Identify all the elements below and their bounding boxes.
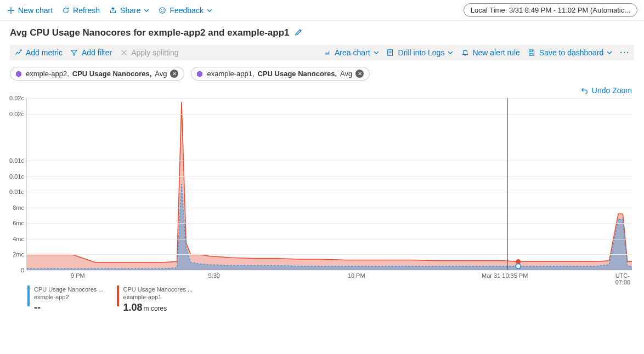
new-chart-button[interactable]: New chart (7, 6, 53, 15)
share-icon (109, 6, 117, 14)
feedback-label: Feedback (170, 6, 203, 15)
more-options-button[interactable]: ··· (620, 48, 630, 57)
feedback-button[interactable]: Feedback (158, 6, 212, 15)
plus-icon (7, 6, 15, 14)
new-alert-label: New alert rule (472, 48, 519, 57)
add-metric-icon (14, 49, 22, 57)
metric-pill[interactable]: exmple-app2, CPU Usage Nanocores, Avg ✕ (10, 67, 184, 81)
chart-area[interactable]: 02mc4mc6mc8mc0.01c0.01c0.01c0.02c0.02c 9… (26, 98, 632, 279)
svg-point-6 (516, 264, 521, 269)
chart-svg (27, 98, 632, 270)
add-filter-label: Add filter (82, 48, 112, 57)
legend-color-swatch (27, 286, 30, 306)
chevron-down-icon (144, 8, 149, 13)
pill-agg: Avg (155, 70, 167, 78)
time-range-picker[interactable]: Local Time: 3/31 8:49 PM - 11:02 PM (Aut… (464, 3, 637, 17)
legend-resource-label: example-app1 (123, 293, 193, 301)
legend-color-swatch (117, 286, 119, 306)
page-title: Avg CPU Usage Nanocores for exmple-app2 … (10, 27, 290, 38)
chart-type-dropdown[interactable]: Area chart (323, 48, 379, 57)
refresh-label: Refresh (73, 6, 100, 15)
svg-point-1 (161, 9, 162, 10)
resource-icon (15, 70, 22, 78)
y-axis-labels: 02mc4mc6mc8mc0.01c0.01c0.01c0.02c0.02c (5, 98, 24, 279)
svg-point-0 (160, 7, 166, 13)
pill-resource: exmple-app2, (26, 70, 69, 78)
undo-icon (581, 87, 589, 94)
svg-point-2 (163, 9, 163, 10)
undo-zoom-label: Undo Zoom (592, 86, 632, 95)
remove-pill-icon[interactable]: ✕ (355, 70, 364, 78)
chevron-down-icon (374, 50, 379, 55)
new-chart-label: New chart (18, 6, 53, 15)
apply-splitting-label: Apply splitting (131, 48, 178, 57)
legend-unit: m cores (144, 305, 167, 312)
x-axis-labels: 9 PM9:3010 PMMar 31 10:35 PMUTC-07:00 (26, 272, 632, 280)
alert-icon (461, 49, 469, 57)
drill-logs-label: Drill into Logs (398, 48, 445, 57)
logs-icon (387, 49, 395, 57)
chart-type-label: Area chart (335, 48, 370, 57)
legend-value: -- (34, 302, 41, 313)
legend-metric-label: CPU Usage Nanocores ... (123, 286, 193, 293)
pill-agg: Avg (340, 70, 352, 78)
refresh-button[interactable]: Refresh (61, 6, 100, 15)
add-metric-label: Add metric (26, 48, 63, 57)
chevron-down-icon (207, 8, 212, 13)
legend-item[interactable]: CPU Usage Nanocores ... example-app1 1.0… (117, 286, 193, 314)
chevron-down-icon (448, 50, 453, 55)
legend-item[interactable]: CPU Usage Nanocores ... exmple-app2 -- (27, 286, 104, 314)
share-button[interactable]: Share (109, 6, 149, 15)
drill-logs-button[interactable]: Drill into Logs (387, 48, 454, 57)
pill-metric: CPU Usage Nanocores, (72, 70, 152, 78)
new-alert-button[interactable]: New alert rule (461, 48, 519, 57)
metric-pill[interactable]: example-app1, CPU Usage Nanocores, Avg ✕ (191, 67, 370, 81)
refresh-icon (61, 6, 70, 14)
legend-resource-label: exmple-app2 (34, 293, 104, 301)
remove-pill-icon[interactable]: ✕ (170, 70, 178, 78)
edit-title-icon[interactable] (294, 28, 303, 38)
save-dashboard-button[interactable]: Save to dashboard (528, 48, 613, 57)
split-icon (120, 49, 128, 57)
chart-cursor (507, 98, 508, 270)
pill-metric: CPU Usage Nanocores, (257, 70, 337, 78)
smile-icon (158, 6, 166, 14)
pill-resource: example-app1, (207, 70, 254, 78)
share-label: Share (120, 6, 140, 15)
undo-zoom-button[interactable]: Undo Zoom (581, 86, 632, 95)
resource-icon (196, 70, 204, 78)
svg-point-3 (20, 49, 22, 51)
chevron-down-icon (607, 50, 612, 55)
area-chart-icon (323, 49, 331, 57)
save-icon (528, 49, 536, 57)
legend-value: 1.08 (123, 302, 143, 313)
add-metric-button[interactable]: Add metric (14, 48, 63, 57)
apply-splitting-button: Apply splitting (120, 48, 178, 57)
save-dashboard-label: Save to dashboard (539, 48, 604, 57)
filter-icon (70, 49, 78, 57)
add-filter-button[interactable]: Add filter (70, 48, 112, 57)
legend-metric-label: CPU Usage Nanocores ... (34, 286, 104, 293)
